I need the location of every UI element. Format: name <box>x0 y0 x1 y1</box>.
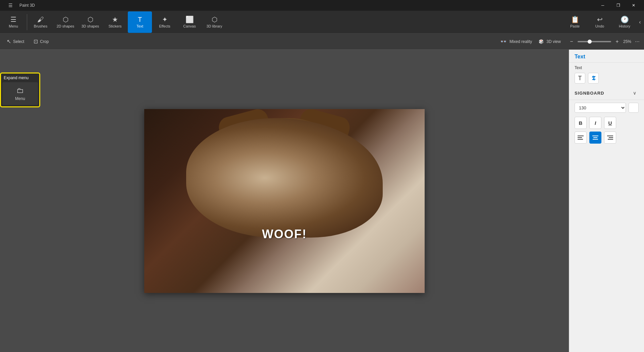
plain-text-button[interactable]: T <box>575 73 585 84</box>
undo-label: Undo <box>595 24 604 28</box>
view-3d-label: 3D view <box>546 39 561 44</box>
shapes2d-label: 2D shapes <box>57 24 74 28</box>
format-row: B I U <box>569 115 644 130</box>
signboard-row: SIGNBOARD ∨ <box>569 86 644 100</box>
text-label: Text <box>137 24 143 28</box>
mixed-reality-label: Mixed reality <box>509 39 532 44</box>
select-icon: ↖ <box>7 38 11 45</box>
stickers-icon: ★ <box>112 16 118 23</box>
canvas-background: WOOF! <box>144 109 425 293</box>
main-toolbar: ☰ Menu 🖌 Brushes ⬡ 2D shapes ⬡ 3D shapes… <box>0 11 644 34</box>
text-style-row: T 𝕿 <box>569 71 644 86</box>
stickers-label: Stickers <box>108 24 121 28</box>
align-right-button[interactable] <box>604 132 616 144</box>
library3d-label: 3D library <box>206 24 222 28</box>
paste-icon: 📋 <box>571 16 579 23</box>
close-button[interactable]: ✕ <box>626 0 641 11</box>
zoom-slider[interactable] <box>578 41 611 42</box>
shapes2d-button[interactable]: ⬡ 2D shapes <box>53 11 77 33</box>
font-size-select[interactable]: 130 <box>575 103 626 113</box>
crop-button[interactable]: ⊡ Crop <box>30 36 53 47</box>
menu-popup-item-label: Menu <box>15 96 25 101</box>
crop-icon: ⊡ <box>34 38 38 45</box>
shapes3d-button[interactable]: ⬡ 3D shapes <box>78 11 102 33</box>
woof-text[interactable]: WOOF! <box>262 227 307 241</box>
canvas-area[interactable]: WOOF! Expand menu 🗀 Menu <box>0 50 569 352</box>
fancy-text-button[interactable]: 𝕿 <box>588 73 599 84</box>
align-center-button[interactable] <box>589 132 601 144</box>
panel-collapse-button[interactable]: ‹ <box>637 11 643 33</box>
text-button[interactable]: T Text <box>128 11 152 33</box>
effects-label: Effects <box>159 24 170 28</box>
text-section-label: Text <box>569 63 644 71</box>
library3d-button[interactable]: ⬡ 3D library <box>202 11 226 33</box>
shapes2d-icon: ⬡ <box>63 16 68 23</box>
history-icon: 🕐 <box>621 16 629 23</box>
dog-body <box>186 118 382 238</box>
paste-label: Paste <box>570 24 580 28</box>
zoom-controls: − + 25% ··· <box>568 38 641 46</box>
panel-title: Text <box>569 50 644 63</box>
color-swatch[interactable] <box>629 103 639 113</box>
brushes-icon: 🖌 <box>37 16 44 23</box>
toolbar-right-group: 📋 Paste ↩ Undo 🕐 History ‹ <box>563 11 643 33</box>
more-options-button[interactable]: ··· <box>633 38 641 46</box>
zoom-in-button[interactable]: + <box>613 38 621 46</box>
signboard-label: SIGNBOARD <box>575 91 629 96</box>
menu-button[interactable]: ☰ Menu <box>1 11 25 33</box>
library3d-icon: ⬡ <box>212 16 217 23</box>
canvas-icon: ⬜ <box>185 16 194 23</box>
select-button[interactable]: ↖ Select <box>3 36 28 47</box>
underline-button[interactable]: U <box>604 117 616 129</box>
expand-menu-popup: Expand menu 🗀 Menu <box>0 72 40 107</box>
align-row <box>569 130 644 145</box>
app-title: Paint 3D <box>19 3 35 8</box>
text-icon: T <box>138 16 142 23</box>
shapes3d-label: 3D shapes <box>82 24 99 28</box>
toolbar-sep-1 <box>27 14 27 30</box>
bold-button[interactable]: B <box>575 117 587 129</box>
signboard-chevron[interactable]: ∨ <box>631 89 639 97</box>
brushes-label: Brushes <box>34 24 47 28</box>
window-controls: ─ ❐ ✕ <box>595 0 641 11</box>
align-left-button[interactable] <box>575 132 587 144</box>
folder-icon: 🗀 <box>16 86 24 95</box>
right-panel: Text Text T 𝕿 SIGNBOARD ∨ 130 B I U <box>569 50 644 352</box>
titlebar: ☰ Paint 3D ─ ❐ ✕ <box>0 0 644 11</box>
font-size-row: 130 <box>569 100 644 115</box>
brushes-button[interactable]: 🖌 Brushes <box>29 11 53 33</box>
menu-icon: ☰ <box>10 16 16 23</box>
view-controls: 👓 Mixed reality 🎲 3D view − + 25% ··· <box>500 38 641 46</box>
tool-group: 🖌 Brushes ⬡ 2D shapes ⬡ 3D shapes ★ Stic… <box>29 11 226 33</box>
expand-menu-title: Expand menu <box>2 75 38 82</box>
undo-icon: ↩ <box>597 16 603 23</box>
paste-button[interactable]: 📋 Paste <box>563 11 587 33</box>
restore-button[interactable]: ❐ <box>610 0 626 11</box>
zoom-thumb[interactable] <box>588 40 592 44</box>
effects-button[interactable]: ✦ Effects <box>153 11 177 33</box>
view-3d-icon: 🎲 <box>539 39 544 44</box>
shapes3d-icon: ⬡ <box>88 16 93 23</box>
history-label: History <box>619 24 630 28</box>
menu-label: Menu <box>9 24 18 28</box>
crop-label: Crop <box>40 39 49 44</box>
sub-toolbar: ↖ Select ⊡ Crop 👓 Mixed reality 🎲 3D vie… <box>0 34 644 50</box>
minimize-button[interactable]: ─ <box>595 0 610 11</box>
zoom-percent: 25% <box>623 39 631 44</box>
stickers-button[interactable]: ★ Stickers <box>103 11 127 33</box>
canvas[interactable]: WOOF! <box>144 109 425 293</box>
main-area: WOOF! Expand menu 🗀 Menu Text Text T 𝕿 S… <box>0 50 644 352</box>
italic-button[interactable]: I <box>589 117 601 129</box>
app-menu-icon: ☰ <box>3 3 18 8</box>
select-label: Select <box>13 39 24 44</box>
zoom-out-button[interactable]: − <box>568 38 576 46</box>
mixed-reality-icon: 👓 <box>500 38 507 45</box>
undo-button[interactable]: ↩ Undo <box>588 11 612 33</box>
canvas-label: Canvas <box>183 24 196 28</box>
menu-popup-item[interactable]: 🗀 Menu <box>2 82 38 105</box>
history-button[interactable]: 🕐 History <box>612 11 637 33</box>
canvas-button[interactable]: ⬜ Canvas <box>177 11 202 33</box>
effects-icon: ✦ <box>162 16 168 23</box>
